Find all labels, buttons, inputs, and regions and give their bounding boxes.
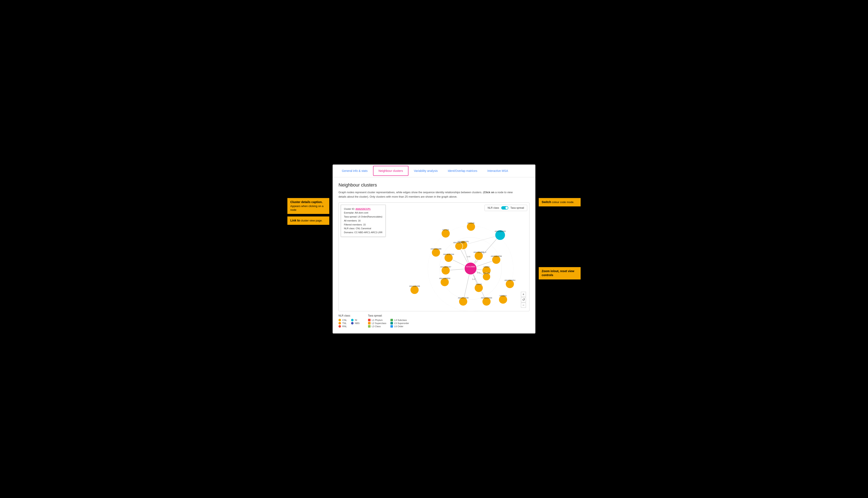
nlr-legend-items: CNL NI TNL NBS [338, 319, 360, 328]
cluster-taxa-row: Taxa spread: L6 Order(Ranunculales) [344, 215, 383, 219]
svg-text:0.11: 0.11 [477, 272, 480, 274]
zoom-bold: Zoom in/out, reset view controls [542, 270, 574, 277]
toggle-bar: NLR class Taxa spread [484, 205, 527, 211]
zoom-out-button[interactable]: − [521, 303, 526, 308]
svg-text:A0A1U8MJ06: A0A1U8MJ06 [409, 285, 420, 287]
taxa-legend-title: Taxa spread: [368, 314, 409, 317]
cluster-caption-annotation: Cluster details caption. Appears when cl… [287, 198, 329, 214]
svg-text:A0A1U8N3V9: A0A1U8N3V9 [495, 230, 506, 232]
nlr-legend: NLR class: CNL NI TNL [338, 314, 360, 328]
taxa-l3: L3 Class [368, 325, 387, 328]
legend-area: NLR class: CNL NI TNL [338, 311, 530, 328]
cluster-caption-bold: Cluster details caption. [290, 200, 323, 204]
svg-text:A0A1U8PNM4: A0A1U8PNM4 [453, 241, 465, 244]
cluster-filtered-row: Filtered members: 15 [344, 223, 383, 227]
cluster-details-popup: Cluster ID: A0A2G5CCP1 Exemplar: AA-dom-… [341, 205, 386, 237]
taxa-l6: L6 Order [390, 325, 409, 328]
nlr-cnl-dot [338, 319, 341, 321]
svg-text:V4TYK2: V4TYK2 [442, 229, 449, 231]
content-area: Neighbour clusters Graph nodes represent… [333, 177, 535, 333]
nlr-legend-ni: NI [351, 319, 360, 321]
zoom-reset-button[interactable]: ↺ [521, 297, 526, 302]
cluster-nlr-row: NLR class: CNL Canonical [344, 226, 383, 231]
taxa-legend: Taxa spread: L1 Phylum L4 Subclass L2 [368, 314, 409, 328]
svg-text:V4SIX0: V4SIX0 [476, 283, 482, 285]
taxa-l1: L1 Phylum [368, 319, 387, 321]
svg-text:A0A5N5OE58: A0A5N5OE58 [491, 255, 502, 257]
svg-text:A0A4J4B85: A0A4J4B85 [466, 266, 475, 268]
cluster-id-link[interactable]: A0A2G5CCP1 [355, 208, 371, 210]
zoom-annotation: Zoom in/out, reset view controls [539, 267, 581, 279]
cluster-exemplar-row: Exemplar: AA-dom-cont [344, 211, 383, 215]
svg-text:V4MDK5: V4MDK5 [500, 295, 507, 297]
nlr-cnl-label: CNL [342, 319, 347, 321]
nlr-legend-nbs: NBS [351, 322, 360, 325]
nlr-nbs-label: NBS [355, 322, 360, 325]
main-panel: General info & stats Neighbour clusters … [333, 165, 535, 333]
svg-text:A0A067ECH4: A0A067ECH4 [443, 253, 454, 255]
taxa-l2-dot [368, 322, 371, 325]
taxa-l4: L4 Subclass [390, 319, 409, 321]
nlr-rnl-label: RNL [342, 325, 347, 328]
nlr-legend-tnl: TNL [338, 322, 347, 325]
nlr-rnl-dot [338, 325, 341, 328]
svg-text:A0A3P5YEJ9: A0A3P5YEJ9 [458, 297, 469, 299]
nlr-legend-rnl: RNL [338, 325, 347, 328]
svg-text:Q8LGP0: Q8LGP0 [483, 272, 490, 274]
node-central[interactable] [464, 262, 477, 275]
svg-text:A0A438OCE7: A0A438OCE7 [440, 266, 451, 268]
nlr-ni-dot [351, 319, 353, 321]
description-text: Graph nodes represent cluster representa… [338, 190, 519, 199]
svg-text:V4SIK0: V4SIK0 [484, 266, 490, 268]
graph-container: Cluster ID: A0A2G5CCP1 Exemplar: AA-dom-… [338, 202, 530, 311]
svg-text:FGHX48: FGHX48 [467, 222, 475, 224]
taxa-l4-label: L4 Subclass [394, 319, 407, 321]
nlr-tnl-label: TNL [342, 322, 347, 325]
taxa-l6-dot [390, 325, 393, 328]
taxa-l2: L2 Superclass [368, 322, 387, 325]
svg-line-14 [463, 235, 500, 245]
nlr-tnl-dot [338, 322, 341, 325]
svg-text:A0A6D2HKD0: A0A6D2HKD0 [481, 297, 492, 299]
taxa-l2-label: L2 Superclass [372, 322, 387, 325]
nlr-legend-title: NLR class: [338, 314, 360, 317]
switch-colour-bold: Switch [542, 200, 551, 204]
nlr-ni-label: NI [355, 319, 357, 321]
svg-text:0.69: 0.69 [467, 255, 470, 258]
taxa-l3-dot [368, 325, 371, 328]
toggle-taxa-label: Taxa spread [510, 206, 524, 209]
tabs-bar: General info & stats Neighbour clusters … [333, 165, 535, 177]
cluster-id-row: Cluster ID: A0A2G5CCP1 [344, 207, 383, 211]
zoom-in-button[interactable]: + [521, 292, 526, 297]
svg-text:A0A5D2M489: A0A5D2M489 [430, 248, 441, 250]
nlr-legend-cnl: CNL [338, 319, 347, 321]
taxa-l5-dot [390, 322, 393, 325]
toggle-nlr-label: NLR class [488, 206, 499, 209]
cluster-link-bold: Link to [290, 219, 300, 222]
cluster-caption-text: Appears when clicking on a node [290, 205, 323, 211]
nlr-nbs-dot [351, 322, 353, 325]
page-title: Neighbour clusters [338, 182, 530, 188]
left-annotations: Cluster details caption. Appears when cl… [287, 198, 329, 225]
cluster-all-members-row: All members: 16 [344, 219, 383, 223]
svg-text:A0A138HB50: A0A138HB50 [474, 251, 484, 253]
zoom-controls: + ↺ − [521, 292, 526, 308]
toggle-switch[interactable] [501, 206, 508, 210]
tab-ident[interactable]: Ident/Overlap matrices [443, 165, 482, 177]
cluster-link-text: cluster view page. [301, 219, 323, 222]
svg-text:5.47: 5.47 [472, 278, 476, 280]
svg-text:A0A1U8PRD0: A0A1U8PRD0 [439, 277, 450, 279]
tab-variability[interactable]: Variability analysis [409, 165, 443, 177]
svg-text:A0A1D8AVK4: A0A1D8AVK4 [504, 279, 515, 281]
taxa-l5-label: L5 Superorder [394, 322, 409, 325]
switch-colour-annotation: Switch colour code mode. [539, 198, 581, 206]
tab-msa[interactable]: Interactive MSA [482, 165, 513, 177]
taxa-l3-label: L3 Class [372, 325, 381, 328]
tab-neighbour[interactable]: Neighbour clusters [373, 166, 409, 176]
taxa-l1-label: L1 Phylum [372, 319, 383, 321]
cluster-domains-row: Domains: CC-NBD-ARC1-ARC2-LRR [344, 231, 383, 234]
right-annotations: Switch colour code mode. Zoom in/out, re… [539, 198, 581, 279]
tab-general[interactable]: General info & stats [337, 165, 373, 177]
taxa-l5: L5 Superorder [390, 322, 409, 325]
taxa-legend-items: L1 Phylum L4 Subclass L2 Superclass [368, 319, 409, 328]
